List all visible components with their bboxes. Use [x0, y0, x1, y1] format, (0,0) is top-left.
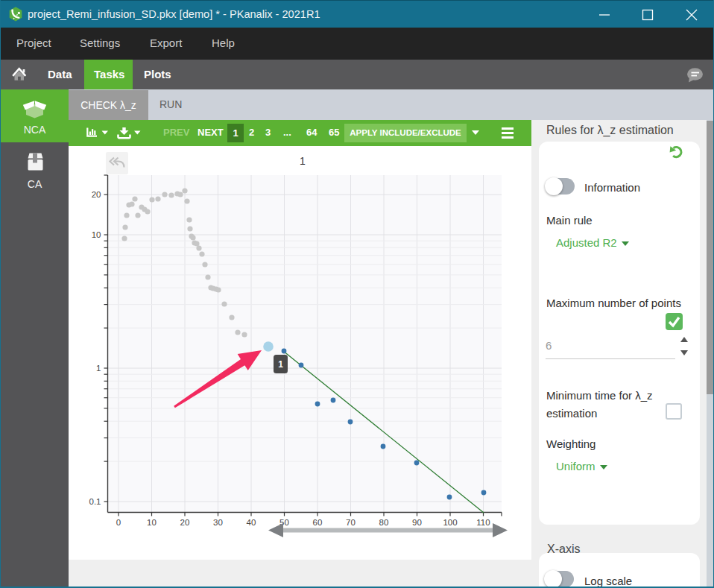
svg-text:70: 70 [346, 518, 356, 527]
svg-text:1: 1 [300, 155, 306, 167]
svg-text:10: 10 [92, 230, 101, 239]
svg-text:80: 80 [379, 518, 389, 527]
svg-text:20: 20 [180, 518, 190, 527]
svg-text:10: 10 [147, 518, 157, 527]
svg-text:100: 100 [443, 518, 457, 527]
svg-text:60: 60 [313, 518, 323, 527]
svg-text:90: 90 [412, 518, 422, 527]
svg-text:40: 40 [247, 518, 256, 527]
svg-text:0: 0 [116, 518, 121, 527]
svg-text:110: 110 [476, 518, 490, 527]
svg-text:30: 30 [213, 518, 223, 527]
svg-text:20: 20 [92, 190, 101, 199]
svg-text:1: 1 [278, 359, 283, 370]
svg-text:0.1: 0.1 [89, 497, 101, 506]
svg-text:1: 1 [96, 364, 101, 373]
